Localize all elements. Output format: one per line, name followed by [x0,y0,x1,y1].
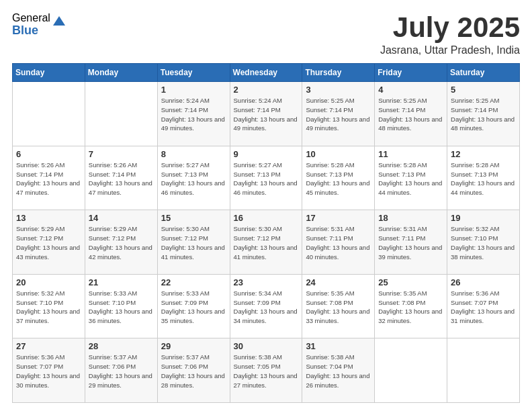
table-row: 3Sunrise: 5:25 AM Sunset: 7:14 PM Daylig… [302,82,375,146]
day-info: Sunrise: 5:27 AM Sunset: 7:13 PM Dayligh… [161,161,226,197]
day-info: Sunrise: 5:25 AM Sunset: 7:14 PM Dayligh… [378,96,443,133]
col-thursday: Thursday [302,64,375,82]
col-wednesday: Wednesday [230,64,302,82]
table-row: 7Sunrise: 5:26 AM Sunset: 7:14 PM Daylig… [85,146,157,210]
table-row: 15Sunrise: 5:30 AM Sunset: 7:12 PM Dayli… [157,210,230,275]
table-row [447,338,520,403]
day-info: Sunrise: 5:24 AM Sunset: 7:14 PM Dayligh… [234,96,299,133]
calendar-header-row: Sunday Monday Tuesday Wednesday Thursday… [13,64,520,82]
table-row [85,82,157,146]
day-number: 30 [234,341,299,351]
table-row: 12Sunrise: 5:28 AM Sunset: 7:13 PM Dayli… [447,146,520,210]
calendar-week-row: 27Sunrise: 5:36 AM Sunset: 7:07 PM Dayli… [13,338,520,403]
day-number: 25 [378,277,443,287]
day-info: Sunrise: 5:37 AM Sunset: 7:06 PM Dayligh… [89,353,154,390]
title-block: July 2025 Jasrana, Uttar Pradesh, India [380,12,520,56]
day-info: Sunrise: 5:26 AM Sunset: 7:14 PM Dayligh… [89,161,154,197]
day-number: 31 [306,341,371,351]
day-number: 26 [451,277,516,287]
table-row: 25Sunrise: 5:35 AM Sunset: 7:08 PM Dayli… [375,274,447,338]
table-row [13,82,85,146]
day-number: 12 [451,149,516,159]
table-row [375,338,447,403]
day-info: Sunrise: 5:28 AM Sunset: 7:13 PM Dayligh… [451,161,516,197]
table-row: 13Sunrise: 5:29 AM Sunset: 7:12 PM Dayli… [13,210,85,275]
day-number: 27 [16,341,81,351]
location-title: Jasrana, Uttar Pradesh, India [380,44,520,56]
day-number: 2 [234,85,299,95]
day-info: Sunrise: 5:31 AM Sunset: 7:11 PM Dayligh… [378,224,443,261]
day-number: 17 [306,213,371,223]
logo-blue: Blue [12,24,50,38]
table-row: 20Sunrise: 5:32 AM Sunset: 7:10 PM Dayli… [13,274,85,338]
day-info: Sunrise: 5:38 AM Sunset: 7:04 PM Dayligh… [306,353,371,390]
day-number: 5 [451,85,516,95]
header: General Blue July 2025 Jasrana, Uttar Pr… [12,12,520,56]
day-info: Sunrise: 5:30 AM Sunset: 7:12 PM Dayligh… [161,224,226,261]
table-row: 4Sunrise: 5:25 AM Sunset: 7:14 PM Daylig… [375,82,447,146]
day-number: 8 [161,149,226,159]
day-number: 14 [89,213,154,223]
logo-general: General [12,12,50,24]
day-info: Sunrise: 5:25 AM Sunset: 7:14 PM Dayligh… [306,96,371,133]
day-number: 18 [378,213,443,223]
table-row: 18Sunrise: 5:31 AM Sunset: 7:11 PM Dayli… [375,210,447,275]
table-row: 2Sunrise: 5:24 AM Sunset: 7:14 PM Daylig… [230,82,302,146]
day-number: 24 [306,277,371,287]
day-info: Sunrise: 5:32 AM Sunset: 7:10 PM Dayligh… [16,289,81,326]
day-info: Sunrise: 5:29 AM Sunset: 7:12 PM Dayligh… [16,224,81,261]
day-number: 10 [306,149,371,159]
day-info: Sunrise: 5:28 AM Sunset: 7:13 PM Dayligh… [306,161,371,197]
table-row: 1Sunrise: 5:24 AM Sunset: 7:14 PM Daylig… [157,82,230,146]
day-info: Sunrise: 5:36 AM Sunset: 7:07 PM Dayligh… [16,353,81,390]
logo-text: General Blue [12,12,50,37]
day-info: Sunrise: 5:38 AM Sunset: 7:05 PM Dayligh… [234,353,299,390]
table-row: 30Sunrise: 5:38 AM Sunset: 7:05 PM Dayli… [230,338,302,403]
month-title: July 2025 [380,12,520,43]
logo: General Blue [12,12,66,37]
day-number: 6 [16,149,81,159]
day-number: 16 [234,213,299,223]
table-row: 16Sunrise: 5:30 AM Sunset: 7:12 PM Dayli… [230,210,302,275]
table-row: 10Sunrise: 5:28 AM Sunset: 7:13 PM Dayli… [302,146,375,210]
table-row: 17Sunrise: 5:31 AM Sunset: 7:11 PM Dayli… [302,210,375,275]
day-info: Sunrise: 5:32 AM Sunset: 7:10 PM Dayligh… [451,224,516,261]
table-row: 26Sunrise: 5:36 AM Sunset: 7:07 PM Dayli… [447,274,520,338]
day-info: Sunrise: 5:30 AM Sunset: 7:12 PM Dayligh… [234,224,299,261]
day-number: 9 [234,149,299,159]
table-row: 21Sunrise: 5:33 AM Sunset: 7:10 PM Dayli… [85,274,157,338]
table-row: 5Sunrise: 5:25 AM Sunset: 7:14 PM Daylig… [447,82,520,146]
col-sunday: Sunday [13,64,85,82]
table-row: 31Sunrise: 5:38 AM Sunset: 7:04 PM Dayli… [302,338,375,403]
day-info: Sunrise: 5:34 AM Sunset: 7:09 PM Dayligh… [234,289,299,326]
calendar-table: Sunday Monday Tuesday Wednesday Thursday… [12,63,520,403]
table-row: 22Sunrise: 5:33 AM Sunset: 7:09 PM Dayli… [157,274,230,338]
table-row: 6Sunrise: 5:26 AM Sunset: 7:14 PM Daylig… [13,146,85,210]
day-number: 4 [378,85,443,95]
col-friday: Friday [375,64,447,82]
day-info: Sunrise: 5:29 AM Sunset: 7:12 PM Dayligh… [89,224,154,261]
table-row: 9Sunrise: 5:27 AM Sunset: 7:13 PM Daylig… [230,146,302,210]
day-info: Sunrise: 5:26 AM Sunset: 7:14 PM Dayligh… [16,161,81,197]
day-number: 1 [161,85,226,95]
day-info: Sunrise: 5:33 AM Sunset: 7:10 PM Dayligh… [89,289,154,326]
day-info: Sunrise: 5:33 AM Sunset: 7:09 PM Dayligh… [161,289,226,326]
day-number: 22 [161,277,226,287]
day-number: 28 [89,341,154,351]
calendar-week-row: 20Sunrise: 5:32 AM Sunset: 7:10 PM Dayli… [13,274,520,338]
table-row: 19Sunrise: 5:32 AM Sunset: 7:10 PM Dayli… [447,210,520,275]
day-number: 19 [451,213,516,223]
day-info: Sunrise: 5:25 AM Sunset: 7:14 PM Dayligh… [451,96,516,133]
table-row: 24Sunrise: 5:35 AM Sunset: 7:08 PM Dayli… [302,274,375,338]
table-row: 29Sunrise: 5:37 AM Sunset: 7:06 PM Dayli… [157,338,230,403]
calendar-week-row: 6Sunrise: 5:26 AM Sunset: 7:14 PM Daylig… [13,146,520,210]
day-info: Sunrise: 5:27 AM Sunset: 7:13 PM Dayligh… [234,161,299,197]
day-number: 3 [306,85,371,95]
page: General Blue July 2025 Jasrana, Uttar Pr… [0,0,532,411]
table-row: 28Sunrise: 5:37 AM Sunset: 7:06 PM Dayli… [85,338,157,403]
day-info: Sunrise: 5:31 AM Sunset: 7:11 PM Dayligh… [306,224,371,261]
calendar-week-row: 1Sunrise: 5:24 AM Sunset: 7:14 PM Daylig… [13,82,520,146]
day-info: Sunrise: 5:35 AM Sunset: 7:08 PM Dayligh… [306,289,371,326]
day-number: 29 [161,341,226,351]
table-row: 11Sunrise: 5:28 AM Sunset: 7:13 PM Dayli… [375,146,447,210]
